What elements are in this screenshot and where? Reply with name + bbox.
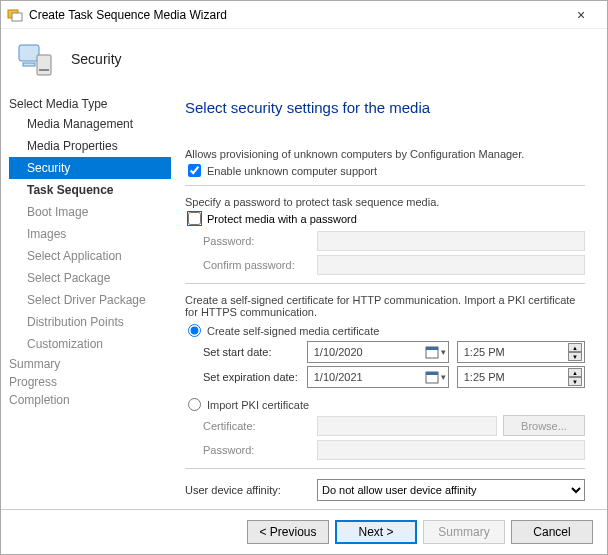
close-button[interactable]: × [561, 7, 601, 23]
divider-3 [185, 468, 585, 469]
svg-rect-9 [426, 372, 438, 375]
svg-rect-7 [426, 347, 438, 350]
radio-import-pki[interactable] [188, 398, 201, 411]
sidebar-item-security[interactable]: Security [9, 157, 171, 179]
divider-2 [185, 283, 585, 284]
sidebar-group-top: Select Media Type [9, 95, 171, 113]
unknown-checkbox[interactable] [188, 164, 201, 177]
import-pw-label: Password: [185, 444, 317, 456]
sidebar-item-media-properties[interactable]: Media Properties [9, 135, 171, 157]
sidebar-item-distribution-points: Distribution Points [9, 311, 171, 333]
sidebar-group-completion: Completion [9, 391, 171, 409]
sidebar-item-images: Images [9, 223, 171, 245]
sidebar-item-media-management[interactable]: Media Management [9, 113, 171, 135]
uda-select[interactable]: Do not allow user device affinity [317, 479, 585, 501]
unknown-checkbox-label: Enable unknown computer support [207, 165, 377, 177]
pw-checkbox[interactable] [188, 212, 201, 225]
svg-rect-1 [12, 13, 22, 21]
security-header-icon [17, 39, 57, 79]
pw-desc: Specify a password to protect task seque… [185, 196, 585, 208]
sidebar: Select Media Type Media Management Media… [1, 93, 171, 509]
import-pw-input [317, 440, 585, 460]
exp-time-picker[interactable]: 1:25 PM ▲▼ [457, 366, 585, 388]
start-time-spinner[interactable]: ▲▼ [568, 343, 582, 361]
sidebar-item-customization: Customization [9, 333, 171, 355]
previous-button[interactable]: < Previous [247, 520, 329, 544]
start-date-label: Set start date: [185, 346, 307, 358]
import-cert-label: Certificate: [185, 420, 317, 432]
summary-button: Summary [423, 520, 505, 544]
pw-label: Password: [185, 235, 317, 247]
unknown-desc: Allows provisioning of unknown computers… [185, 148, 585, 160]
start-date-picker[interactable]: 1/10/2020 ▾ [307, 341, 449, 363]
sidebar-item-select-package: Select Package [9, 267, 171, 289]
svg-rect-5 [39, 69, 49, 71]
chevron-down-icon: ▾ [441, 347, 446, 357]
svg-rect-2 [19, 45, 39, 61]
sidebar-group-progress: Progress [9, 373, 171, 391]
pw-confirm-input [317, 255, 585, 275]
app-icon [7, 7, 23, 23]
pw-checkbox-row: Protect media with a password [185, 212, 585, 225]
cancel-button[interactable]: Cancel [511, 520, 593, 544]
titlebar: Create Task Sequence Media Wizard × [1, 1, 607, 29]
exp-date-label: Set expiration date: [185, 371, 307, 383]
main-panel: Select security settings for the media A… [171, 93, 607, 509]
radio-self-signed-label: Create self-signed media certificate [207, 325, 379, 337]
uda-label: User device affinity: [185, 484, 317, 496]
window-title: Create Task Sequence Media Wizard [29, 8, 561, 22]
wizard-body: Select Media Type Media Management Media… [1, 93, 607, 509]
divider-1 [185, 185, 585, 186]
import-cert-input [317, 416, 497, 436]
svg-rect-3 [23, 63, 35, 66]
sidebar-item-select-application: Select Application [9, 245, 171, 267]
sidebar-item-select-driver-package: Select Driver Package [9, 289, 171, 311]
radio-self-signed[interactable] [188, 324, 201, 337]
sidebar-item-boot-image: Boot Image [9, 201, 171, 223]
exp-time-spinner[interactable]: ▲▼ [568, 368, 582, 386]
pw-input [317, 231, 585, 251]
pw-confirm-label: Confirm password: [185, 259, 317, 271]
wizard-header: Security [1, 29, 607, 93]
radio-import-pki-label: Import PKI certificate [207, 399, 309, 411]
wizard-footer: < Previous Next > Summary Cancel [1, 509, 607, 554]
pw-checkbox-label: Protect media with a password [207, 213, 357, 225]
sidebar-group-summary: Summary [9, 355, 171, 373]
page-heading: Select security settings for the media [185, 99, 585, 116]
header-label: Security [71, 51, 122, 67]
calendar-icon [425, 370, 439, 384]
unknown-checkbox-row: Enable unknown computer support [185, 164, 585, 177]
chevron-down-icon: ▾ [441, 372, 446, 382]
svg-rect-4 [37, 55, 51, 75]
next-button[interactable]: Next > [335, 520, 417, 544]
cert-desc: Create a self-signed certificate for HTT… [185, 294, 585, 318]
wizard-window: Create Task Sequence Media Wizard × Secu… [0, 0, 608, 555]
sidebar-item-task-sequence[interactable]: Task Sequence [9, 179, 171, 201]
calendar-icon [425, 345, 439, 359]
exp-date-picker[interactable]: 1/10/2021 ▾ [307, 366, 449, 388]
browse-button: Browse... [503, 415, 585, 436]
start-time-picker[interactable]: 1:25 PM ▲▼ [457, 341, 585, 363]
